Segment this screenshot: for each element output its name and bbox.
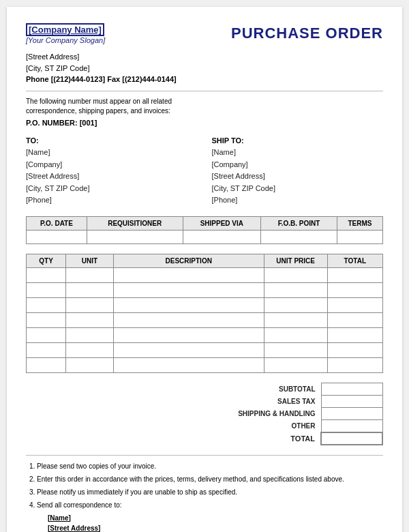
ship-name: [Name] [211,147,383,159]
to-street: [Street Address] [26,171,198,183]
col-unit: UNIT [66,254,114,268]
totals-section: SUBTOTAL SALES TAX SHIPPING & HANDLING O… [26,383,383,445]
shipping-value[interactable] [321,408,382,420]
footer-notes: Please send two copies of your invoice. … [26,461,383,532]
col-requisitioner: REQUISITIONER [87,217,183,231]
subtotal-row: SUBTOTAL [206,383,382,396]
po-number-value: [001] [80,119,97,127]
footer-contact-name: [Name] [48,513,383,523]
info-table-row [27,231,383,244]
cell-shipped-via[interactable] [183,231,261,244]
cell-qty[interactable] [27,268,66,283]
col-po-date: P.O. DATE [27,217,87,231]
street-address: [Street Address] [26,51,383,63]
other-row: OTHER [206,420,382,432]
ship-label: SHIP TO: [211,135,383,147]
purchase-order-page: [Company Name] [Your Company Slogan] PUR… [7,7,402,532]
col-description: DESCRIPTION [113,254,264,268]
footer-contact-street: [Street Address] [48,523,383,532]
shipping-label: SHIPPING & HANDLING [206,408,321,420]
total-row: TOTAL [206,432,382,445]
col-qty: QTY [27,254,66,268]
cell-unit[interactable] [66,268,114,283]
other-label: OTHER [206,420,321,432]
cell-total[interactable] [327,268,382,283]
note-3: Please notify us immediately if you are … [37,487,383,497]
info-table: P.O. DATE REQUISITIONER SHIPPED VIA F.O.… [26,216,383,244]
main-table: QTY UNIT DESCRIPTION UNIT PRICE TOTAL [26,254,383,373]
shipping-row: SHIPPING & HANDLING [206,408,382,420]
table-row [27,313,383,328]
to-phone: [Phone] [26,194,198,207]
po-number: P.O. NUMBER: [001] [26,119,383,127]
other-value[interactable] [321,420,382,432]
page-title: PURCHASE ORDER [231,25,383,42]
footer-address: [Name] [Street Address] [City, ST ZIP Co… [37,513,383,532]
ship-block: SHIP TO: [Name] [Company] [Street Addres… [211,135,383,207]
to-city: [City, ST ZIP Code] [26,183,198,195]
table-row [27,298,383,313]
total-label: TOTAL [206,432,321,445]
company-name: [Company Name] [26,23,104,36]
notice-body: The following number must appear on all … [26,98,172,115]
page-header: [Company Name] [Your Company Slogan] PUR… [26,23,383,44]
cell-desc[interactable] [113,268,264,283]
subtotal-label: SUBTOTAL [206,383,321,396]
ship-city: [City, ST ZIP Code] [211,183,383,195]
cell-po-date[interactable] [27,231,87,244]
table-row [27,358,383,373]
ship-street: [Street Address] [211,171,383,183]
to-block: TO: [Name] [Company] [Street Address] [C… [26,135,198,207]
cell-requisitioner[interactable] [87,231,183,244]
notes-list: Please send two copies of your invoice. … [26,461,383,532]
col-shipped-via: SHIPPED VIA [183,217,261,231]
po-number-label: P.O. NUMBER: [26,119,78,127]
to-ship-section: TO: [Name] [Company] [Street Address] [C… [26,135,383,207]
col-terms: TERMS [337,217,382,231]
phone-fax: Phone [(212)444-0123] Fax [(212)444-0144… [26,74,383,85]
ship-phone: [Phone] [211,194,383,207]
to-label: TO: [26,135,198,147]
city-state-zip: [City, ST ZIP Code] [26,63,383,74]
note-1: Please send two copies of your invoice. [37,461,383,471]
col-total: TOTAL [327,254,382,268]
cell-terms[interactable] [337,231,382,244]
to-name: [Name] [26,147,198,159]
notice-text: The following number must appear on all … [26,97,203,116]
ship-company: [Company] [211,159,383,171]
cell-fob-point[interactable] [261,231,337,244]
table-row [27,343,383,358]
subtotal-value[interactable] [321,383,382,396]
totals-table: SUBTOTAL SALES TAX SHIPPING & HANDLING O… [206,383,383,445]
col-unit-price: UNIT PRICE [264,254,327,268]
table-row [27,328,383,343]
table-row [27,268,383,283]
sales-tax-label: SALES TAX [206,396,321,408]
table-row [27,283,383,298]
sales-tax-row: SALES TAX [206,396,382,408]
company-block: [Company Name] [Your Company Slogan] [26,23,105,44]
total-value[interactable] [321,432,382,445]
to-company: [Company] [26,159,198,171]
address-block: [Street Address] [City, ST ZIP Code] Pho… [26,51,383,85]
note-2: Enter this order in accordance with the … [37,474,383,484]
col-fob-point: F.O.B. POINT [261,217,337,231]
sales-tax-value[interactable] [321,396,382,408]
note-4: Send all correspondence to: [Name] [Stre… [37,500,383,532]
company-slogan: [Your Company Slogan] [26,36,105,44]
cell-unit-price[interactable] [264,268,327,283]
